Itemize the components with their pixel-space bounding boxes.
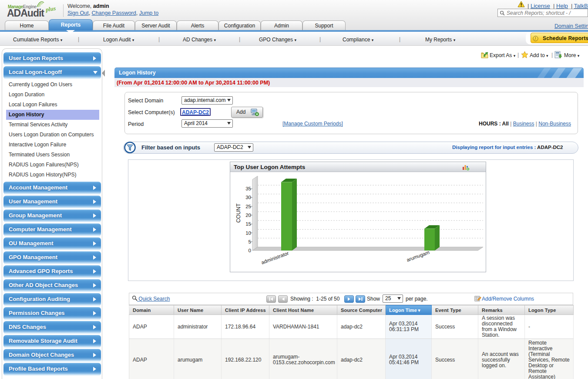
svg-text:COUNT: COUNT bbox=[235, 203, 242, 223]
svg-text:5: 5 bbox=[249, 239, 251, 244]
svg-text:30: 30 bbox=[245, 195, 251, 200]
svg-text:25: 25 bbox=[245, 204, 251, 209]
svg-text:15: 15 bbox=[245, 221, 251, 227]
svg-text:35: 35 bbox=[245, 186, 251, 191]
svg-text:Top User Logon Attempts: Top User Logon Attempts bbox=[234, 164, 305, 170]
svg-text:20: 20 bbox=[245, 213, 251, 218]
svg-text:10: 10 bbox=[245, 230, 251, 236]
svg-text:0: 0 bbox=[249, 248, 251, 253]
